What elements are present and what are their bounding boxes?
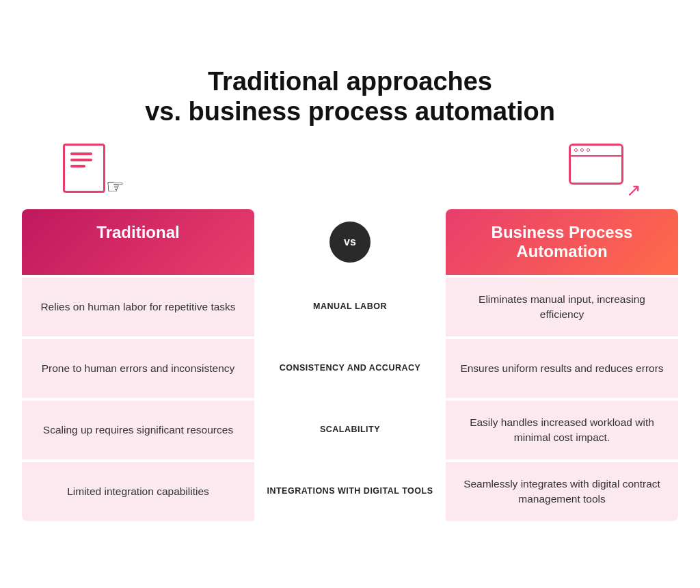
automation-cell-2: Easily handles increased workload with m… (446, 398, 678, 459)
traditional-cell-1: Prone to human errors and inconsistency (22, 336, 254, 398)
main-container: Traditional approaches vs. business proc… (15, 53, 685, 534)
hand-icon: ☞ (106, 174, 124, 198)
doc-line-1 (70, 152, 92, 155)
comparison-table: Relies on human labor for repetitive tas… (22, 275, 678, 521)
automation-cell-0: Eliminates manual input, increasing effi… (446, 275, 678, 336)
category-cell-3: INTEGRATIONS WITH DIGITAL TOOLS (254, 459, 446, 521)
browser-dot-3 (587, 148, 590, 152)
traditional-cell-0: Relies on human labor for repetitive tas… (22, 275, 254, 336)
automation-cell-3: Seamlessly integrates with digital contr… (446, 459, 678, 521)
traditional-header: Traditional (22, 209, 254, 275)
browser-dot-2 (580, 148, 584, 152)
page-title: Traditional approaches vs. business proc… (22, 67, 678, 126)
traditional-cell-3: Limited integration capabilities (22, 459, 254, 521)
category-cell-1: CONSISTENCY AND ACCURACY (254, 336, 446, 398)
doc-line-3 (70, 165, 85, 168)
automation-icon: ↗ (569, 144, 637, 198)
browser-dot-1 (574, 148, 578, 152)
browser-bar (571, 146, 621, 157)
automation-header: Business Process Automation (446, 209, 678, 275)
doc-line-2 (70, 159, 92, 161)
vs-divider: vs (254, 209, 446, 275)
icons-row: ☞ ↗ (22, 144, 678, 198)
headers-row: Traditional vs Business Process Automati… (22, 209, 678, 275)
traditional-icon: ☞ (63, 144, 124, 198)
cursor-icon: ↗ (626, 180, 641, 201)
traditional-cell-2: Scaling up requires significant resource… (22, 398, 254, 459)
category-cell-2: SCALABILITY (254, 398, 446, 459)
browser-icon (569, 144, 623, 185)
document-icon (63, 144, 105, 193)
category-cell-0: MANUAL LABOR (254, 275, 446, 336)
vs-circle: vs (329, 222, 371, 263)
automation-cell-1: Ensures uniform results and reduces erro… (446, 336, 678, 398)
